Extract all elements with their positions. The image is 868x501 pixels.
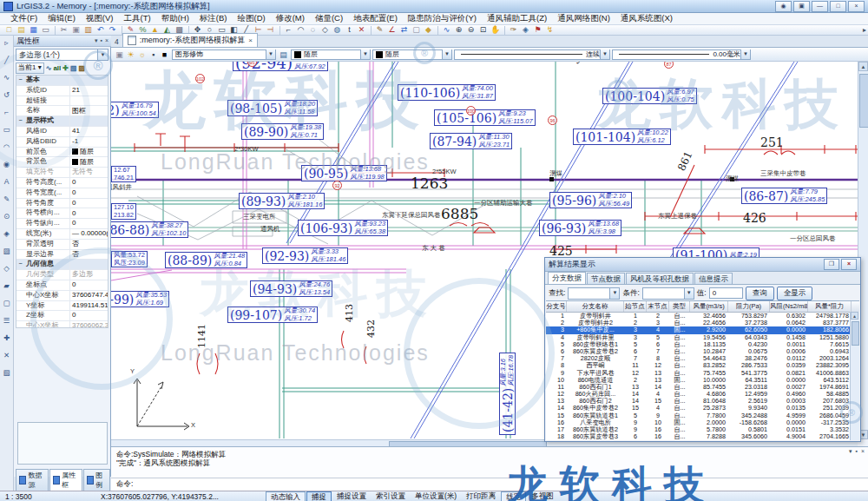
menu-item[interactable]: 视图(V) bbox=[81, 13, 119, 24]
list-icon[interactable]: ☰ bbox=[2, 315, 12, 326]
table-row[interactable]: 1皮带明斜井12自...32.4656753.82970.630224798.1… bbox=[546, 313, 859, 320]
erase-icon[interactable]: ✕ bbox=[2, 350, 12, 360]
table-row[interactable]: 14860集中皮带巷2154自...25.28739.93400.0135251… bbox=[546, 405, 859, 412]
panel-tab-数据源[interactable]: 数据源 bbox=[16, 469, 49, 491]
property-value[interactable]: 随层 bbox=[70, 148, 108, 157]
polyline-icon[interactable]: ⌐ bbox=[283, 25, 294, 35]
brightness-icon[interactable]: ☼ bbox=[136, 49, 148, 60]
property-row[interactable]: 超链接 bbox=[16, 96, 108, 107]
property-row[interactable]: 中心X坐标37606062.35... bbox=[16, 321, 108, 328]
dialog-title-bar[interactable]: 解算结果显示 ❐× bbox=[545, 258, 860, 272]
table-row[interactable]: 8西平峒1112自...83.2852286.75330.035923882.3… bbox=[546, 362, 859, 369]
menu-item[interactable]: 地表配置(E) bbox=[348, 13, 403, 24]
current-layer-button[interactable]: 当前1 ▾ bbox=[16, 63, 44, 74]
property-value[interactable]: 37606747.47... bbox=[70, 291, 108, 300]
table-row[interactable]: 13860西石门21415自...81.06482.56190.0003207.… bbox=[546, 398, 859, 405]
restore-button[interactable]: ❐ bbox=[824, 259, 839, 270]
property-value[interactable]: 0 bbox=[70, 178, 108, 188]
background-color-combo[interactable]: 随层▼ bbox=[372, 49, 452, 60]
paste-special-icon[interactable]: ▣ bbox=[114, 49, 125, 60]
minimize-button[interactable]: — bbox=[812, 1, 828, 12]
menu-item[interactable]: 储量(C) bbox=[310, 13, 348, 24]
property-row[interactable]: 符号横向...0 bbox=[16, 208, 108, 219]
show-all-button[interactable]: 全显示 bbox=[777, 287, 813, 300]
toolbar-overflow-icon[interactable]: ▸ bbox=[863, 26, 866, 34]
trapezoid-icon[interactable]: ◇ bbox=[319, 25, 331, 35]
property-row[interactable]: 符号高度(...0 bbox=[16, 178, 108, 188]
chevron-down-icon[interactable]: ▼ bbox=[442, 49, 451, 59]
property-value[interactable]: 否 bbox=[70, 250, 108, 260]
property-row[interactable]: 几何类型多边形 bbox=[16, 270, 108, 280]
close-icon[interactable]: × bbox=[105, 37, 108, 44]
menu-item[interactable]: 帮助(H) bbox=[156, 13, 194, 24]
chevron-down-icon[interactable]: ▼ bbox=[684, 288, 694, 299]
property-value[interactable]: 4199114.513... bbox=[70, 301, 108, 311]
curve-icon[interactable]: ◠ bbox=[2, 142, 12, 152]
chevron-down-icon[interactable]: ▼ bbox=[600, 49, 609, 59]
cut-icon[interactable]: ✂ bbox=[58, 25, 69, 35]
find-combo[interactable]: ▼ bbox=[568, 287, 620, 300]
table-row[interactable]: 6860东翼皮带巷267自...10.28470.06750.00060.694… bbox=[546, 348, 859, 355]
property-row[interactable]: 显示边界否 bbox=[16, 250, 108, 260]
status-toggle-动态输入[interactable]: 动态输入 bbox=[266, 491, 306, 501]
column-header[interactable]: 始节点 bbox=[624, 301, 647, 312]
panel-tab-属性框[interactable]: 属性框 bbox=[49, 469, 82, 491]
select-icon[interactable]: ▹ bbox=[2, 37, 12, 48]
lightning-icon[interactable]: ↯ bbox=[544, 25, 556, 35]
table-row[interactable]: 18860东翼皮带巷3616自...7.8288345.60604.900427… bbox=[546, 433, 859, 440]
flag-icon[interactable]: ⚑ bbox=[532, 25, 543, 35]
paste-icon[interactable]: ▥ bbox=[82, 25, 94, 35]
table-row[interactable]: 728202皮顺78自...54.464338.24760.01122003.1… bbox=[546, 355, 859, 362]
brush-icon[interactable]: ✑ bbox=[508, 25, 519, 35]
command-prompt[interactable]: 命令: bbox=[111, 478, 868, 491]
property-row[interactable]: 符号纵向...0 bbox=[16, 219, 108, 229]
property-row[interactable]: 名称图框 bbox=[16, 106, 108, 116]
close-button[interactable]: × bbox=[841, 259, 857, 270]
status-toggle-打印距离[interactable]: 打印距离 bbox=[462, 491, 500, 501]
status-toggle-索引设置[interactable]: 索引设置 bbox=[372, 491, 410, 501]
property-value[interactable]: 0 bbox=[70, 208, 108, 218]
property-row[interactable]: 风格ID41 bbox=[16, 127, 108, 137]
polyline-icon[interactable]: ∿ bbox=[2, 72, 12, 82]
status-toggle-捕捉设置[interactable]: 捕捉设置 bbox=[332, 491, 371, 501]
table-row[interactable]: 5860皮带联络巷156自...18.11350.42300.00117.661… bbox=[546, 341, 859, 348]
property-value[interactable]: 37606062.35... bbox=[70, 321, 108, 328]
new-file-icon[interactable]: □ bbox=[3, 25, 15, 35]
menu-item[interactable]: 文件(F) bbox=[5, 13, 43, 24]
chevron-down-icon[interactable]: ▼ bbox=[360, 49, 370, 59]
menu-item[interactable]: 隐患防治与评价(Y) bbox=[403, 13, 482, 24]
export-icon[interactable]: ▨ bbox=[79, 64, 86, 72]
column-header[interactable]: 阻力(Pa) bbox=[728, 301, 770, 312]
menu-item[interactable]: 编辑(E) bbox=[43, 13, 81, 24]
property-row[interactable]: 前景色随层 bbox=[16, 148, 108, 158]
scroll-up-icon[interactable]: ▲ bbox=[851, 312, 858, 320]
block-icon[interactable]: ▰ bbox=[2, 280, 12, 291]
property-row[interactable]: 系统ID21 bbox=[16, 86, 108, 96]
table-header-row[interactable]: 分支号分支名称始节点末节点类型风量(m3/s)阻力(Pa)风阻(Ns2/m8)风… bbox=[546, 301, 859, 313]
column-header[interactable]: 风量*阻力 bbox=[808, 301, 852, 312]
property-value[interactable]: 0 bbox=[70, 311, 108, 320]
linetype-combo[interactable]: 连续▼ bbox=[454, 49, 610, 60]
property-value[interactable]: 41 bbox=[70, 127, 108, 136]
swap-icon[interactable]: ⇄ bbox=[398, 25, 410, 35]
table-row[interactable]: 16八采变电所910固...2.0000-158.62680.0000-317.… bbox=[546, 419, 859, 426]
pin-icon[interactable]: ▪ bbox=[855, 448, 857, 455]
property-value[interactable]: 21 bbox=[70, 86, 108, 96]
property-row[interactable]: Z坐标0 bbox=[16, 311, 108, 321]
table-row[interactable]: 15860东翼轨道巷159自...7.7800345.24884.9599268… bbox=[546, 412, 859, 419]
property-row[interactable]: 风格DBID-1 bbox=[16, 137, 108, 148]
scrollbar-thumb[interactable] bbox=[859, 74, 868, 128]
property-value[interactable]: 0 bbox=[70, 219, 108, 228]
lock-icon[interactable]: ▪ bbox=[148, 49, 159, 60]
dialog-tab-信息提示[interactable]: 信息提示 bbox=[694, 273, 733, 284]
property-row[interactable]: 符号宽度(...0 bbox=[16, 188, 108, 199]
table-row[interactable]: 2皮带明斜井223自...22.465637.27380.0642837.377… bbox=[546, 320, 859, 326]
scroll-up-icon[interactable]: ▲ bbox=[858, 62, 868, 71]
menu-item[interactable]: 通风网络图(N) bbox=[552, 13, 615, 24]
pan-icon[interactable]: ✋ bbox=[490, 25, 501, 35]
table-icon[interactable]: ▧ bbox=[70, 64, 77, 72]
menu-item[interactable]: 工具(T) bbox=[118, 13, 155, 24]
menu-item[interactable]: 修改(M) bbox=[271, 13, 310, 24]
zoom-in-icon[interactable]: ⊕ bbox=[453, 25, 464, 35]
table-row[interactable]: 9下水平进风巷1213自...75.7455541.37750.08214100… bbox=[546, 370, 859, 377]
